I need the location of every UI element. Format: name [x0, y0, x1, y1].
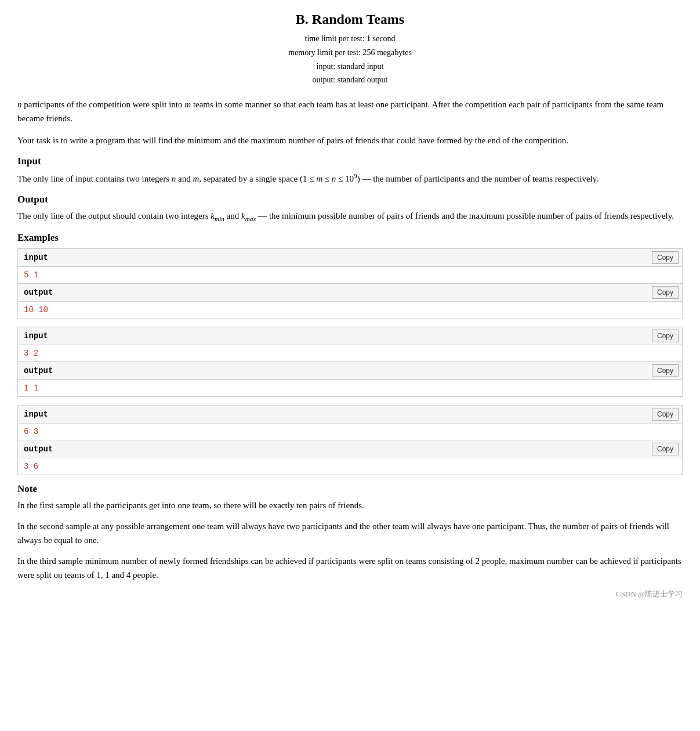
note-title: Note: [17, 483, 683, 495]
note-3: In the third sample minimum number of ne…: [17, 554, 683, 582]
example-3-output-value: 3 6: [18, 458, 682, 475]
input-section-text: The only line of input contains two inte…: [17, 171, 683, 186]
example-1-input-value-row: 5 1: [18, 267, 682, 284]
note-2: In the second sample at any possible arr…: [17, 519, 683, 547]
example-3-input-copy-button[interactable]: Copy: [652, 408, 679, 421]
example-1-input-header: input Copy: [18, 249, 682, 267]
example-3: input Copy 6 3 output Copy 3 6: [17, 405, 683, 475]
description-2: Your task is to write a program that wil…: [17, 133, 683, 147]
note-1: In the first sample all the participants…: [17, 498, 683, 512]
example-1-output-value: 10 10: [18, 302, 682, 318]
meta-input: input: standard input: [17, 60, 683, 74]
example-2-output-header: output Copy: [18, 362, 682, 380]
example-1: input Copy 5 1 output Copy 10 10: [17, 248, 683, 319]
example-2-output-copy-button[interactable]: Copy: [652, 364, 679, 377]
example-2-input-value-row: 3 2: [18, 345, 682, 362]
output-section-title: Output: [17, 194, 683, 205]
example-1-input-value: 5 1: [18, 267, 682, 283]
example-2-input-copy-button[interactable]: Copy: [652, 330, 679, 342]
meta-memory-limit: memory limit per test: 256 megabytes: [17, 46, 683, 60]
example-1-output-label: output: [18, 284, 648, 301]
example-3-input-header: input Copy: [18, 406, 682, 424]
example-2-input-value: 3 2: [18, 345, 682, 361]
example-2-output-value: 1 1: [18, 380, 682, 396]
input-section-title: Input: [17, 155, 683, 167]
meta-output: output: standard output: [17, 73, 683, 87]
meta-time-limit: time limit per test: 1 second: [17, 32, 683, 46]
output-section: Output The only line of the output shoul…: [17, 194, 683, 224]
example-3-input-label: input: [18, 406, 648, 423]
description-1: n participants of the competition were s…: [17, 97, 683, 125]
example-1-output-header: output Copy: [18, 284, 682, 302]
example-2: input Copy 3 2 output Copy 1 1: [17, 327, 683, 397]
note-section: Note In the first sample all the partici…: [17, 483, 683, 582]
example-1-input-copy-button[interactable]: Copy: [652, 251, 679, 264]
example-3-output-label: output: [18, 440, 648, 458]
watermark: CSDN @陈进士学习: [17, 589, 683, 599]
example-2-output-label: output: [18, 362, 648, 379]
example-1-output-value-row: 10 10: [18, 302, 682, 318]
example-2-output-value-row: 1 1: [18, 380, 682, 396]
example-3-input-value-row: 6 3: [18, 424, 682, 440]
example-2-input-label: input: [18, 327, 648, 345]
example-3-output-header: output Copy: [18, 440, 682, 458]
page-title: B. Random Teams: [17, 12, 683, 27]
example-3-output-copy-button[interactable]: Copy: [652, 443, 679, 455]
example-1-input-label: input: [18, 249, 648, 266]
example-3-output-value-row: 3 6: [18, 458, 682, 475]
example-2-input-header: input Copy: [18, 327, 682, 345]
input-section: Input The only line of input contains tw…: [17, 155, 683, 186]
examples-title: Examples: [17, 232, 683, 244]
meta-info: time limit per test: 1 second memory lim…: [17, 32, 683, 87]
example-3-input-value: 6 3: [18, 424, 682, 440]
output-section-text: The only line of the output should conta…: [17, 209, 683, 224]
example-1-output-copy-button[interactable]: Copy: [652, 286, 679, 299]
